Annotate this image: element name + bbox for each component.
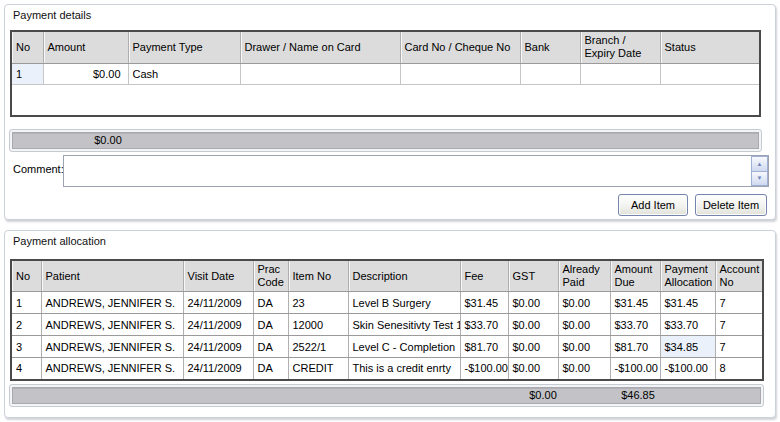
col-patient: Patient [41,260,183,292]
cell-description[interactable]: This is a credit enrty [348,358,460,380]
cell-already-paid[interactable]: $0.00 [558,358,610,380]
cell-amount-due[interactable]: $31.45 [610,292,660,314]
col-payment-type: Payment Type [128,31,240,63]
cell-account-no[interactable]: 7 [715,336,763,358]
table-row[interactable]: 1 ANDREWS, JENNIFER S. 24/11/2009 DA 23 … [11,292,763,314]
cell-amount-due[interactable]: $33.70 [610,314,660,336]
cell-patient[interactable]: ANDREWS, JENNIFER S. [41,314,183,336]
cell-payment-type[interactable]: Cash [128,63,240,84]
col-gst: GST [508,260,558,292]
cell-no[interactable]: 3 [11,336,41,358]
details-header-row: No Amount Payment Type Drawer / Name on … [11,31,760,63]
col-card-no: Card No / Cheque No [400,31,520,63]
payment-total-bar: $0.00 [9,129,762,152]
delete-item-button[interactable]: Delete Item [695,194,767,216]
table-row[interactable]: 2 ANDREWS, JENNIFER S. 24/11/2009 DA 120… [11,314,763,336]
cell-item-no[interactable]: 2522/1 [288,336,348,358]
cell-fee[interactable]: $81.70 [460,336,508,358]
cell-patient[interactable]: ANDREWS, JENNIFER S. [41,336,183,358]
cell-prac-code[interactable]: DA [253,336,288,358]
cell-amount-due[interactable]: -$100.00 [610,358,660,380]
cell-visit-date[interactable]: 24/11/2009 [183,314,253,336]
col-fee: Fee [460,260,508,292]
table-row[interactable]: 3 ANDREWS, JENNIFER S. 24/11/2009 DA 252… [11,336,763,358]
col-already-paid: Already Paid [558,260,610,292]
cell-payment-allocation-selected[interactable]: $34.85 [660,336,715,358]
cell-patient[interactable]: ANDREWS, JENNIFER S. [41,292,183,314]
cell-patient[interactable]: ANDREWS, JENNIFER S. [41,358,183,380]
cell-no[interactable]: 4 [11,358,41,380]
cell-visit-date[interactable]: 24/11/2009 [183,292,253,314]
cell-already-paid[interactable]: $0.00 [558,314,610,336]
col-payment-allocation: Payment Allocation [660,260,715,292]
col-no: No [11,31,43,63]
cell-amount-due[interactable]: $81.70 [610,336,660,358]
scroll-up-icon[interactable]: ▲ [751,156,768,172]
cell-drawer[interactable] [240,63,400,84]
col-account-no: Account No [715,260,763,292]
col-visit-date: Visit Date [183,260,253,292]
cell-prac-code[interactable]: DA [253,358,288,380]
cell-account-no[interactable]: 7 [715,314,763,336]
cell-already-paid[interactable]: $0.00 [558,336,610,358]
col-description: Description [348,260,460,292]
col-branch-expiry: Branch / Expiry Date [580,31,660,63]
payment-total-value: $0.00 [73,134,143,146]
col-item-no: Item No [288,260,348,292]
cell-branch-expiry[interactable] [580,63,660,84]
cell-visit-date[interactable]: 24/11/2009 [183,358,253,380]
cell-item-no[interactable]: 12000 [288,314,348,336]
payment-details-table: No Amount Payment Type Drawer / Name on … [10,30,761,117]
payment-allocation-title: Payment allocation [13,235,106,247]
cell-payment-allocation[interactable]: -$100.00 [660,358,715,380]
scroll-down-icon[interactable]: ▼ [751,172,768,187]
cell-bank[interactable] [520,63,580,84]
cell-description[interactable]: Level C - Completion [348,336,460,358]
cell-payment-allocation[interactable]: $33.70 [660,314,715,336]
payment-details-title: Payment details [13,9,91,21]
table-row[interactable]: 1 $0.00 Cash [11,63,760,84]
cell-gst[interactable]: $0.00 [508,336,558,358]
cell-prac-code[interactable]: DA [253,314,288,336]
amount-due-total-value: $46.85 [603,389,673,401]
col-drawer: Drawer / Name on Card [240,31,400,63]
cell-visit-date[interactable]: 24/11/2009 [183,336,253,358]
payment-allocation-table: No Patient Visit Date Prac Code Item No … [10,259,764,381]
payment-details-panel: Payment details No Amount Payment Type D… [4,4,776,220]
comment-input[interactable]: ▲ ▼ [63,155,769,187]
cell-prac-code[interactable]: DA [253,292,288,314]
cell-description[interactable]: Level B Surgery [348,292,460,314]
empty-grid-area [11,84,760,116]
cell-item-no[interactable]: 23 [288,292,348,314]
col-amount-due: Amount Due [610,260,660,292]
cell-no[interactable]: 1 [11,63,43,84]
cell-fee[interactable]: $33.70 [460,314,508,336]
table-row[interactable]: 4 ANDREWS, JENNIFER S. 24/11/2009 DA CRE… [11,358,763,380]
cell-gst[interactable]: $0.00 [508,314,558,336]
cell-payment-allocation[interactable]: $31.45 [660,292,715,314]
cell-fee[interactable]: $31.45 [460,292,508,314]
cell-card-no[interactable] [400,63,520,84]
cell-amount[interactable]: $0.00 [43,63,128,84]
cell-fee[interactable]: -$100.00 [460,358,508,380]
payment-allocation-panel: Payment allocation No Patient Visit Date… [4,230,776,418]
cell-item-no[interactable]: CREDIT [288,358,348,380]
allocation-header-row: No Patient Visit Date Prac Code Item No … [11,260,763,292]
comment-label: Comment: [13,163,64,175]
col-bank: Bank [520,31,580,63]
col-no: No [11,260,41,292]
cell-no[interactable]: 1 [11,292,41,314]
col-status: Status [660,31,760,63]
cell-already-paid[interactable]: $0.00 [558,292,610,314]
cell-gst[interactable]: $0.00 [508,358,558,380]
add-item-button[interactable]: Add Item [618,194,688,216]
allocation-totals-bar: $0.00 $46.85 [9,384,764,407]
cell-description[interactable]: Skin Senesitivty Test 1 [348,314,460,336]
cell-status[interactable] [660,63,760,84]
cell-account-no[interactable]: 7 [715,292,763,314]
cell-account-no[interactable]: 8 [715,358,763,380]
gst-total-value: $0.00 [508,389,578,401]
cell-no[interactable]: 2 [11,314,41,336]
cell-gst[interactable]: $0.00 [508,292,558,314]
comment-scrollbar[interactable]: ▲ ▼ [751,156,768,186]
